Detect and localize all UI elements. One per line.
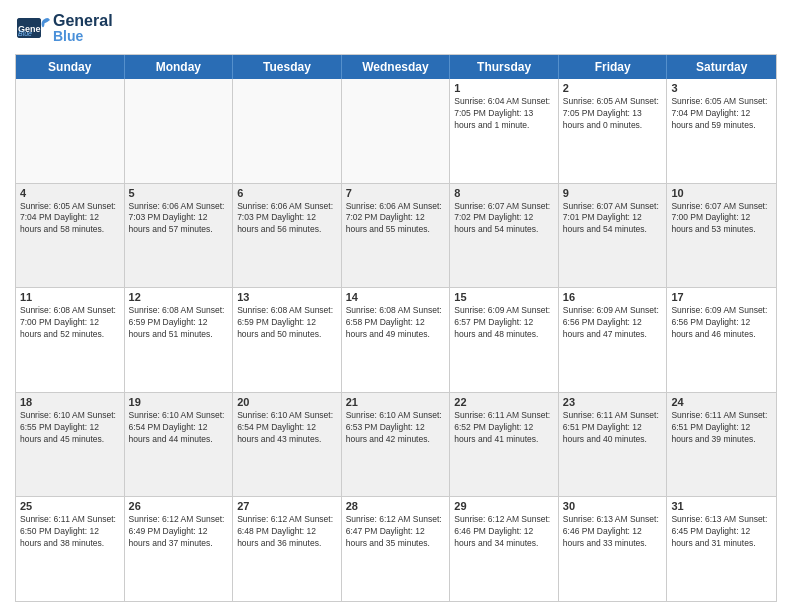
day-cell: 21Sunrise: 6:10 AM Sunset: 6:53 PM Dayli… — [342, 393, 451, 497]
day-cell: 18Sunrise: 6:10 AM Sunset: 6:55 PM Dayli… — [16, 393, 125, 497]
day-number: 3 — [671, 82, 772, 94]
day-info: Sunrise: 6:09 AM Sunset: 6:56 PM Dayligh… — [671, 305, 772, 341]
day-number: 6 — [237, 187, 337, 199]
day-number: 13 — [237, 291, 337, 303]
day-number: 27 — [237, 500, 337, 512]
day-info: Sunrise: 6:07 AM Sunset: 7:02 PM Dayligh… — [454, 201, 554, 237]
day-cell: 30Sunrise: 6:13 AM Sunset: 6:46 PM Dayli… — [559, 497, 668, 601]
day-header-sunday: Sunday — [16, 55, 125, 79]
day-cell: 27Sunrise: 6:12 AM Sunset: 6:48 PM Dayli… — [233, 497, 342, 601]
day-cell — [16, 79, 125, 183]
day-number: 14 — [346, 291, 446, 303]
day-header-wednesday: Wednesday — [342, 55, 451, 79]
day-info: Sunrise: 6:10 AM Sunset: 6:54 PM Dayligh… — [129, 410, 229, 446]
day-cell: 9Sunrise: 6:07 AM Sunset: 7:01 PM Daylig… — [559, 184, 668, 288]
day-info: Sunrise: 6:11 AM Sunset: 6:51 PM Dayligh… — [671, 410, 772, 446]
day-cell — [233, 79, 342, 183]
day-number: 29 — [454, 500, 554, 512]
day-headers: SundayMondayTuesdayWednesdayThursdayFrid… — [16, 55, 776, 79]
day-cell: 29Sunrise: 6:12 AM Sunset: 6:46 PM Dayli… — [450, 497, 559, 601]
day-number: 4 — [20, 187, 120, 199]
day-number: 1 — [454, 82, 554, 94]
day-cell: 6Sunrise: 6:06 AM Sunset: 7:03 PM Daylig… — [233, 184, 342, 288]
day-info: Sunrise: 6:10 AM Sunset: 6:55 PM Dayligh… — [20, 410, 120, 446]
day-header-friday: Friday — [559, 55, 668, 79]
day-cell — [342, 79, 451, 183]
week-row-2: 4Sunrise: 6:05 AM Sunset: 7:04 PM Daylig… — [16, 184, 776, 289]
day-number: 17 — [671, 291, 772, 303]
svg-text:Blue: Blue — [18, 30, 32, 37]
week-row-3: 11Sunrise: 6:08 AM Sunset: 7:00 PM Dayli… — [16, 288, 776, 393]
day-cell: 13Sunrise: 6:08 AM Sunset: 6:59 PM Dayli… — [233, 288, 342, 392]
day-cell: 1Sunrise: 6:04 AM Sunset: 7:05 PM Daylig… — [450, 79, 559, 183]
day-number: 21 — [346, 396, 446, 408]
day-info: Sunrise: 6:05 AM Sunset: 7:04 PM Dayligh… — [20, 201, 120, 237]
day-info: Sunrise: 6:12 AM Sunset: 6:48 PM Dayligh… — [237, 514, 337, 550]
calendar-body: 1Sunrise: 6:04 AM Sunset: 7:05 PM Daylig… — [16, 79, 776, 601]
day-info: Sunrise: 6:05 AM Sunset: 7:04 PM Dayligh… — [671, 96, 772, 132]
day-cell: 10Sunrise: 6:07 AM Sunset: 7:00 PM Dayli… — [667, 184, 776, 288]
day-info: Sunrise: 6:08 AM Sunset: 6:59 PM Dayligh… — [237, 305, 337, 341]
logo: General Blue General Blue — [15, 10, 113, 46]
day-number: 31 — [671, 500, 772, 512]
day-number: 10 — [671, 187, 772, 199]
day-cell: 15Sunrise: 6:09 AM Sunset: 6:57 PM Dayli… — [450, 288, 559, 392]
day-number: 19 — [129, 396, 229, 408]
week-row-4: 18Sunrise: 6:10 AM Sunset: 6:55 PM Dayli… — [16, 393, 776, 498]
day-cell: 25Sunrise: 6:11 AM Sunset: 6:50 PM Dayli… — [16, 497, 125, 601]
day-info: Sunrise: 6:04 AM Sunset: 7:05 PM Dayligh… — [454, 96, 554, 132]
header: General Blue General Blue — [15, 10, 777, 46]
day-number: 18 — [20, 396, 120, 408]
day-cell: 26Sunrise: 6:12 AM Sunset: 6:49 PM Dayli… — [125, 497, 234, 601]
day-cell: 11Sunrise: 6:08 AM Sunset: 7:00 PM Dayli… — [16, 288, 125, 392]
logo-general: General — [53, 13, 113, 29]
day-header-tuesday: Tuesday — [233, 55, 342, 79]
day-info: Sunrise: 6:07 AM Sunset: 7:01 PM Dayligh… — [563, 201, 663, 237]
day-info: Sunrise: 6:11 AM Sunset: 6:52 PM Dayligh… — [454, 410, 554, 446]
day-cell: 8Sunrise: 6:07 AM Sunset: 7:02 PM Daylig… — [450, 184, 559, 288]
week-row-5: 25Sunrise: 6:11 AM Sunset: 6:50 PM Dayli… — [16, 497, 776, 601]
day-cell: 2Sunrise: 6:05 AM Sunset: 7:05 PM Daylig… — [559, 79, 668, 183]
day-cell: 20Sunrise: 6:10 AM Sunset: 6:54 PM Dayli… — [233, 393, 342, 497]
day-number: 2 — [563, 82, 663, 94]
day-info: Sunrise: 6:10 AM Sunset: 6:54 PM Dayligh… — [237, 410, 337, 446]
day-info: Sunrise: 6:12 AM Sunset: 6:49 PM Dayligh… — [129, 514, 229, 550]
day-cell: 23Sunrise: 6:11 AM Sunset: 6:51 PM Dayli… — [559, 393, 668, 497]
day-number: 11 — [20, 291, 120, 303]
day-cell: 31Sunrise: 6:13 AM Sunset: 6:45 PM Dayli… — [667, 497, 776, 601]
day-header-thursday: Thursday — [450, 55, 559, 79]
day-number: 9 — [563, 187, 663, 199]
day-cell: 17Sunrise: 6:09 AM Sunset: 6:56 PM Dayli… — [667, 288, 776, 392]
day-info: Sunrise: 6:09 AM Sunset: 6:56 PM Dayligh… — [563, 305, 663, 341]
day-info: Sunrise: 6:12 AM Sunset: 6:47 PM Dayligh… — [346, 514, 446, 550]
day-info: Sunrise: 6:08 AM Sunset: 7:00 PM Dayligh… — [20, 305, 120, 341]
day-number: 15 — [454, 291, 554, 303]
day-info: Sunrise: 6:08 AM Sunset: 6:58 PM Dayligh… — [346, 305, 446, 341]
day-info: Sunrise: 6:06 AM Sunset: 7:02 PM Dayligh… — [346, 201, 446, 237]
day-cell: 19Sunrise: 6:10 AM Sunset: 6:54 PM Dayli… — [125, 393, 234, 497]
day-info: Sunrise: 6:13 AM Sunset: 6:45 PM Dayligh… — [671, 514, 772, 550]
day-number: 22 — [454, 396, 554, 408]
day-number: 20 — [237, 396, 337, 408]
day-info: Sunrise: 6:06 AM Sunset: 7:03 PM Dayligh… — [129, 201, 229, 237]
day-info: Sunrise: 6:08 AM Sunset: 6:59 PM Dayligh… — [129, 305, 229, 341]
day-cell — [125, 79, 234, 183]
day-number: 12 — [129, 291, 229, 303]
day-number: 24 — [671, 396, 772, 408]
day-cell: 28Sunrise: 6:12 AM Sunset: 6:47 PM Dayli… — [342, 497, 451, 601]
week-row-1: 1Sunrise: 6:04 AM Sunset: 7:05 PM Daylig… — [16, 79, 776, 184]
day-info: Sunrise: 6:12 AM Sunset: 6:46 PM Dayligh… — [454, 514, 554, 550]
day-cell: 16Sunrise: 6:09 AM Sunset: 6:56 PM Dayli… — [559, 288, 668, 392]
day-number: 23 — [563, 396, 663, 408]
day-info: Sunrise: 6:11 AM Sunset: 6:50 PM Dayligh… — [20, 514, 120, 550]
day-cell: 14Sunrise: 6:08 AM Sunset: 6:58 PM Dayli… — [342, 288, 451, 392]
day-number: 5 — [129, 187, 229, 199]
day-info: Sunrise: 6:11 AM Sunset: 6:51 PM Dayligh… — [563, 410, 663, 446]
day-cell: 12Sunrise: 6:08 AM Sunset: 6:59 PM Dayli… — [125, 288, 234, 392]
day-header-saturday: Saturday — [667, 55, 776, 79]
day-number: 26 — [129, 500, 229, 512]
day-info: Sunrise: 6:09 AM Sunset: 6:57 PM Dayligh… — [454, 305, 554, 341]
day-info: Sunrise: 6:05 AM Sunset: 7:05 PM Dayligh… — [563, 96, 663, 132]
calendar: SundayMondayTuesdayWednesdayThursdayFrid… — [15, 54, 777, 602]
day-number: 25 — [20, 500, 120, 512]
